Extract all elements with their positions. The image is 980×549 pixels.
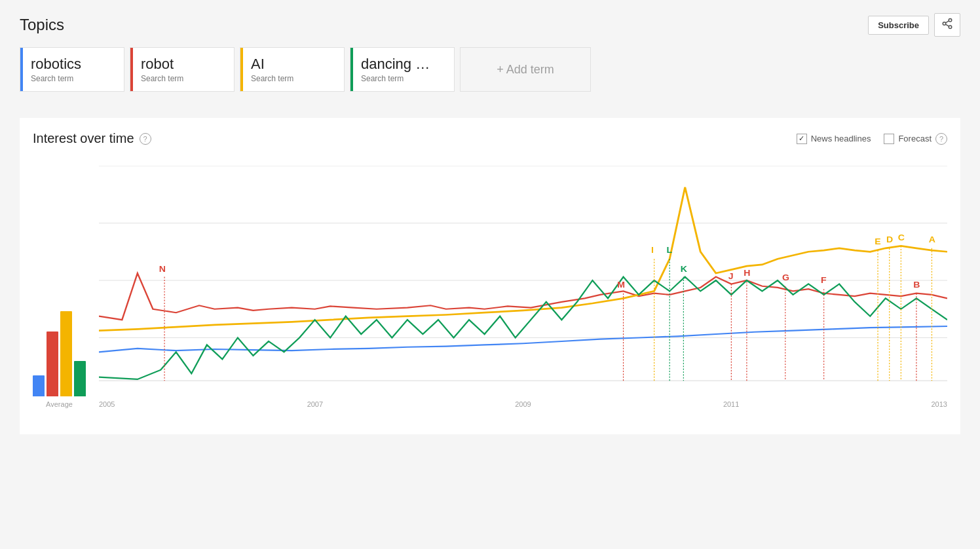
- forecast-label: Forecast: [898, 134, 932, 143]
- svg-line-4: [945, 21, 949, 23]
- chart-title: Interest over time: [33, 131, 134, 146]
- svg-text:C: C: [898, 233, 905, 242]
- topics-section: Topics Subscribe robotics Search term ro…: [0, 0, 980, 105]
- svg-text:B: B: [913, 280, 920, 289]
- chart-section: Interest over time ? News headlines Fore…: [20, 118, 960, 434]
- main-chart-svg: N M I L K J: [99, 166, 947, 395]
- svg-text:F: F: [821, 276, 827, 285]
- svg-text:H: H: [744, 269, 750, 278]
- term-type-ai: Search term: [251, 74, 333, 83]
- search-term-ai[interactable]: AI Search term: [240, 47, 345, 92]
- svg-text:G: G: [782, 273, 789, 282]
- average-label: Average: [46, 400, 73, 408]
- svg-text:E: E: [875, 237, 880, 246]
- subscribe-button[interactable]: Subscribe: [868, 16, 929, 35]
- search-term-robotics[interactable]: robotics Search term: [20, 47, 124, 92]
- forecast-help-icon[interactable]: ?: [935, 133, 947, 145]
- bar-dancing: [74, 361, 86, 396]
- topics-header: Topics Subscribe: [20, 13, 960, 37]
- x-label-2013: 2013: [932, 400, 947, 408]
- svg-text:D: D: [886, 235, 893, 244]
- page-wrapper: Topics Subscribe robotics Search term ro…: [0, 0, 980, 434]
- term-name-ai: AI: [251, 56, 333, 73]
- chart-header: Interest over time ? News headlines Fore…: [33, 131, 947, 146]
- chart-controls: News headlines Forecast ?: [797, 133, 947, 145]
- news-headlines-label: News headlines: [811, 134, 871, 143]
- header-actions: Subscribe: [868, 13, 960, 37]
- x-label-2007: 2007: [307, 400, 323, 408]
- svg-text:L: L: [666, 246, 672, 255]
- news-headlines-checkbox[interactable]: [797, 134, 807, 144]
- svg-text:M: M: [617, 280, 625, 289]
- svg-text:K: K: [681, 264, 687, 273]
- bar-robot: [47, 331, 58, 396]
- x-axis-labels: 2005 2007 2009 2011 2013: [99, 398, 947, 408]
- x-label-2009: 2009: [515, 400, 531, 408]
- line-dancing: [99, 277, 947, 379]
- x-label-2005: 2005: [99, 400, 115, 408]
- forecast-checkbox[interactable]: [884, 134, 894, 144]
- add-term-label: + Add term: [497, 63, 554, 77]
- line-robotics: [99, 326, 947, 352]
- search-terms-list: robotics Search term robot Search term A…: [20, 47, 960, 92]
- svg-point-0: [949, 19, 952, 22]
- svg-point-2: [949, 26, 952, 29]
- chart-title-group: Interest over time ?: [33, 131, 151, 146]
- svg-text:I: I: [651, 246, 654, 255]
- share-button[interactable]: [934, 13, 960, 37]
- term-name-dancing: dancing …: [361, 56, 443, 73]
- svg-text:A: A: [929, 235, 935, 244]
- news-headlines-control[interactable]: News headlines: [797, 134, 871, 144]
- line-chart-container: N M I L K J: [99, 166, 947, 408]
- search-term-dancing[interactable]: dancing … Search term: [350, 47, 455, 92]
- interest-help-icon[interactable]: ?: [140, 133, 151, 145]
- term-type-robotics: Search term: [31, 74, 113, 83]
- term-type-dancing: Search term: [361, 74, 443, 83]
- bar-ai: [60, 311, 72, 396]
- svg-text:J: J: [728, 271, 734, 280]
- page-title: Topics: [20, 16, 64, 34]
- x-label-2011: 2011: [723, 400, 739, 408]
- term-name-robot: robot: [141, 56, 223, 73]
- bar-chart-container: [33, 278, 86, 396]
- svg-text:N: N: [159, 264, 166, 273]
- chart-area: Average: [33, 166, 947, 408]
- term-type-robot: Search term: [141, 74, 223, 83]
- svg-line-3: [945, 24, 949, 26]
- forecast-control[interactable]: Forecast ?: [884, 133, 947, 145]
- svg-point-1: [943, 22, 946, 26]
- add-term-button[interactable]: + Add term: [460, 47, 591, 92]
- average-bar-chart: Average: [33, 166, 86, 408]
- search-term-robot[interactable]: robot Search term: [130, 47, 235, 92]
- term-name-robotics: robotics: [31, 56, 113, 73]
- bar-robotics: [33, 375, 45, 396]
